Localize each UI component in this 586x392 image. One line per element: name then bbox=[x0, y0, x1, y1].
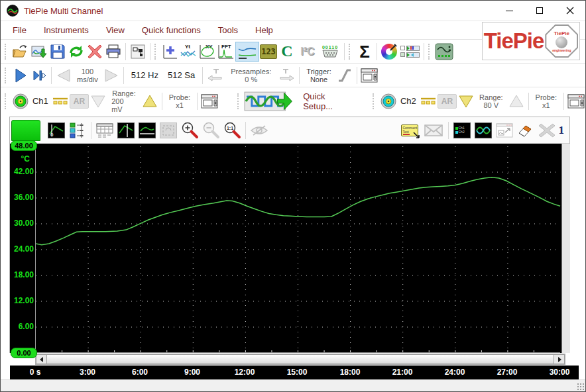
ch1-range-up-button[interactable] bbox=[141, 92, 159, 111]
y-axis-min[interactable]: 0.00 bbox=[11, 348, 37, 358]
ch2-range-up-button[interactable] bbox=[507, 92, 526, 111]
ch2-coupling-icon[interactable] bbox=[419, 92, 438, 111]
i2c-icon[interactable]: I²C bbox=[296, 42, 319, 61]
menu-help[interactable]: Help bbox=[255, 25, 273, 35]
time-scrollbar[interactable] bbox=[35, 354, 565, 365]
toolbar-grip[interactable] bbox=[349, 44, 352, 60]
xy-graph-icon[interactable]: XY bbox=[198, 42, 217, 61]
toolbar-separator bbox=[150, 43, 150, 60]
sigma-icon[interactable]: Σ bbox=[355, 42, 374, 61]
timebase-faster-button[interactable] bbox=[102, 66, 121, 85]
app-window: { "window": { "title": "TiePie Multi Cha… bbox=[0, 0, 586, 392]
ch1-range-down-button[interactable] bbox=[89, 92, 107, 111]
y-axis-max[interactable]: 48.00 bbox=[11, 140, 37, 151]
ch2-autorange-button[interactable]: AR bbox=[438, 94, 457, 109]
presamples-decrease-button[interactable] bbox=[205, 66, 227, 85]
acquisition-settings-icon[interactable] bbox=[360, 66, 379, 85]
ch1-probe-label: Probe: bbox=[169, 93, 190, 101]
start-button[interactable] bbox=[11, 66, 30, 85]
ch1-bnc-icon[interactable] bbox=[11, 92, 30, 111]
ch2-range-down-button[interactable] bbox=[457, 92, 475, 111]
toolbar-grip[interactable] bbox=[5, 44, 8, 60]
toolbar-grip[interactable] bbox=[428, 44, 432, 60]
sample-rate-value[interactable]: 512 Hz bbox=[127, 70, 163, 80]
print-icon[interactable] bbox=[104, 42, 123, 61]
toolbar-grip[interactable] bbox=[373, 93, 376, 109]
plot-area[interactable] bbox=[35, 144, 562, 353]
quick-setup-button[interactable]: Quick Setup... bbox=[244, 90, 357, 113]
ch1-autorange-button[interactable]: AR bbox=[70, 94, 89, 109]
object-tree-icon[interactable] bbox=[129, 42, 147, 61]
y-tick-label: 42.00 bbox=[9, 167, 34, 176]
close-graph-icon[interactable] bbox=[537, 121, 557, 140]
color-wheel-icon[interactable] bbox=[380, 42, 398, 61]
ch2-bnc-icon[interactable] bbox=[379, 92, 398, 111]
presamples-increase-button[interactable] bbox=[275, 66, 296, 85]
toolbar-grip[interactable] bbox=[5, 68, 8, 83]
y-axis[interactable]: 48.00 °C 42.00 36.00 30.00 24.00 18.00 1… bbox=[10, 144, 35, 353]
scroll-left-button[interactable] bbox=[36, 354, 47, 364]
area-select-icon[interactable] bbox=[158, 121, 178, 140]
open-icon[interactable] bbox=[11, 42, 30, 61]
legend-icon[interactable]: Ch1 Ch2 bbox=[452, 121, 472, 140]
channel-arrange-icon[interactable] bbox=[68, 121, 88, 140]
scrollbar-thumb[interactable] bbox=[47, 354, 554, 364]
resize-grip-icon[interactable] bbox=[577, 383, 585, 391]
scroll-right-button[interactable] bbox=[554, 354, 565, 364]
record-length-value[interactable]: 512 Sa bbox=[163, 70, 200, 80]
menu-instruments[interactable]: Instruments bbox=[44, 25, 89, 35]
app-icon bbox=[7, 5, 19, 17]
refresh-icon[interactable] bbox=[67, 42, 86, 61]
export-window-icon[interactable] bbox=[495, 121, 514, 140]
toolbar-separator bbox=[299, 67, 300, 84]
meter-icon[interactable]: 123 bbox=[259, 42, 278, 61]
horizontal-cursor-icon[interactable] bbox=[137, 121, 157, 140]
table-view-icon[interactable] bbox=[95, 121, 115, 140]
minimize-button[interactable] bbox=[494, 1, 524, 21]
fft-graph-icon[interactable]: FFT bbox=[217, 42, 235, 61]
toolbar-grip[interactable] bbox=[237, 93, 241, 109]
generator-icon[interactable] bbox=[435, 42, 453, 61]
toolbar-separator bbox=[377, 43, 377, 60]
ch2-label[interactable]: Ch2 bbox=[398, 96, 419, 106]
toolbar-grip[interactable] bbox=[154, 44, 158, 60]
axis-zero-icon[interactable]: 0 bbox=[46, 121, 66, 140]
eraser-icon[interactable] bbox=[516, 121, 536, 140]
yt-graph-icon[interactable]: Yt bbox=[180, 42, 198, 61]
menu-file[interactable]: File bbox=[13, 25, 27, 35]
delete-icon[interactable] bbox=[86, 42, 104, 61]
active-graph-icon[interactable] bbox=[235, 42, 259, 62]
presamples-display: Presamples: 0 % bbox=[227, 68, 275, 83]
serial-icon[interactable]: 00110 bbox=[319, 42, 341, 61]
toolbar-grip[interactable] bbox=[5, 93, 8, 109]
close-button[interactable] bbox=[555, 1, 585, 21]
menu-tools[interactable]: Tools bbox=[218, 25, 238, 35]
save-icon[interactable] bbox=[48, 42, 67, 61]
instrument-toggle-icon[interactable] bbox=[398, 42, 421, 61]
vertical-cursor-icon[interactable] bbox=[116, 121, 136, 140]
ch2-settings-icon[interactable] bbox=[567, 92, 585, 111]
zoom-in-icon[interactable] bbox=[180, 121, 200, 140]
toolbar-separator bbox=[528, 93, 529, 110]
ch1-axis-header[interactable] bbox=[11, 120, 40, 141]
zoom-out-icon[interactable] bbox=[201, 121, 221, 140]
maximize-button[interactable] bbox=[524, 1, 555, 21]
ch1-coupling-icon[interactable] bbox=[51, 92, 70, 111]
menu-quick-functions[interactable]: Quick functions bbox=[142, 25, 201, 35]
timebase-slower-button[interactable] bbox=[54, 66, 73, 85]
add-object-icon[interactable] bbox=[161, 42, 180, 61]
menu-view[interactable]: View bbox=[106, 25, 125, 35]
comment-icon[interactable]: Comment Text bbox=[398, 121, 421, 140]
visibility-eye-icon[interactable] bbox=[249, 121, 269, 140]
trigger-slope-icon[interactable] bbox=[335, 66, 354, 85]
toolbar-separator bbox=[162, 93, 162, 110]
envelope-off-icon[interactable] bbox=[422, 121, 445, 140]
zoom-reset-icon[interactable]: 1:1 bbox=[222, 121, 242, 140]
c-logo-icon[interactable]: C bbox=[278, 42, 296, 61]
ch1-label[interactable]: Ch1 bbox=[30, 96, 51, 106]
ch1-settings-icon[interactable] bbox=[200, 92, 219, 111]
save-image-icon[interactable] bbox=[30, 42, 48, 61]
toolbar-separator bbox=[448, 122, 449, 139]
signals-view-icon[interactable] bbox=[473, 121, 493, 140]
one-shot-button[interactable] bbox=[30, 66, 48, 85]
